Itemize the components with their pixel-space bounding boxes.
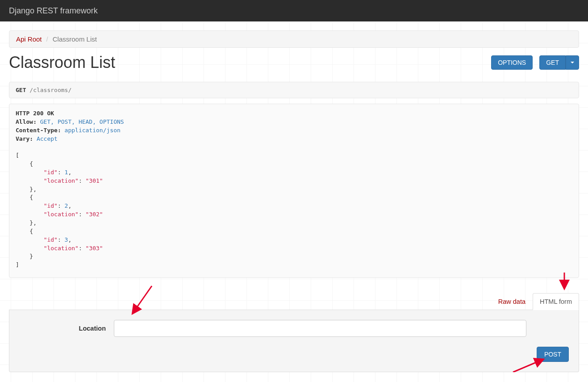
get-button-group: GET — [539, 55, 579, 70]
request-method: GET — [16, 87, 26, 93]
request-path: /classrooms/ — [29, 87, 71, 93]
page-header: Classroom List OPTIONS GET — [9, 53, 579, 72]
options-button[interactable]: OPTIONS — [491, 55, 533, 70]
form-row-location: Location — [19, 320, 569, 337]
post-button[interactable]: POST — [537, 347, 569, 362]
form-tabs: Raw data HTML form — [9, 293, 579, 310]
brand-link[interactable]: Django REST framework — [9, 6, 98, 16]
breadcrumb-root[interactable]: Api Root — [16, 35, 42, 43]
breadcrumb-current: Classroom List — [53, 35, 97, 43]
form-panel: Location POST — [9, 310, 579, 372]
action-buttons: OPTIONS GET — [491, 55, 579, 70]
page-title: Classroom List — [9, 53, 115, 72]
navbar: Django REST framework — [0, 0, 588, 21]
location-label: Location — [19, 325, 114, 332]
location-input[interactable] — [114, 320, 526, 337]
get-button[interactable]: GET — [539, 55, 566, 70]
tab-raw-data[interactable]: Raw data — [491, 293, 533, 310]
response-block: HTTP 200 OK Allow: GET, POST, HEAD, OPTI… — [9, 104, 579, 278]
get-dropdown-button[interactable] — [566, 55, 579, 70]
breadcrumb: Api Root / Classroom List — [9, 30, 579, 48]
tab-html-form[interactable]: HTML form — [533, 293, 579, 310]
request-info: GET /classrooms/ — [9, 82, 579, 98]
breadcrumb-separator: / — [42, 35, 53, 43]
chevron-down-icon — [571, 62, 574, 63]
